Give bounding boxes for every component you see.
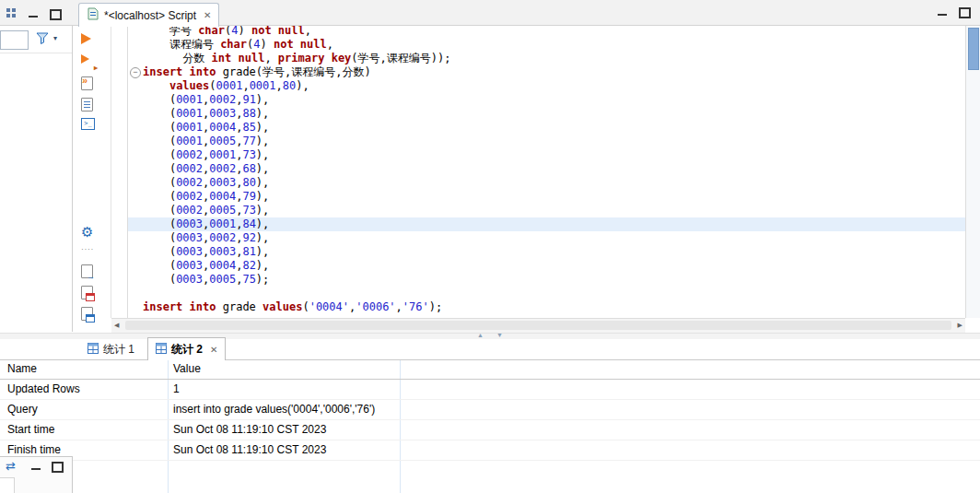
code-line[interactable]: (0001,0002,91), [128,93,965,107]
code-line[interactable]: (0002,0001,73), [128,148,965,162]
tab-stats-2[interactable]: 统计 2 ✕ [147,337,226,360]
execute-new-tab-icon[interactable]: ▸ [81,54,98,70]
chevrons-icon: » [82,75,88,86]
stat-value-cell[interactable]: Sun Oct 08 11:19:10 CST 2023 [173,440,326,459]
stats-grid-body: Updated Rows1Queryinsert into grade valu… [0,380,980,461]
collapse-up-icon[interactable]: ▲ [477,332,484,338]
table-row[interactable]: Queryinsert into grade values('0004','00… [0,400,980,420]
code-line[interactable]: (0002,0003,80), [128,176,965,190]
open-grid-icon[interactable] [81,307,98,323]
sql-script-icon [87,7,99,23]
column-header-name[interactable]: Name [7,362,37,375]
minimize-icon[interactable] [31,464,41,470]
code-line[interactable]: 课程编号 char(4) not null, [128,38,965,52]
column-header-value[interactable]: Value [173,362,201,375]
stat-value-cell[interactable]: insert into grade values('0004','0006','… [173,400,375,418]
explain-plan-icon[interactable] [81,98,98,113]
settings-gear-icon[interactable]: ⚙ [81,225,98,241]
maximize-icon[interactable] [52,462,64,473]
code-line[interactable]: 分数 int null, primary key(学号,课程编号)); [128,52,965,65]
table-row[interactable]: Finish timeSun Oct 08 11:19:10 CST 2023 [0,440,980,461]
code-line[interactable]: (0001,0005,77), [128,135,965,148]
layout-grid-icon[interactable] [6,7,17,21]
stat-name-cell[interactable]: Start time [7,420,54,439]
collapsed-bottom-panel: ⇄ [0,456,73,493]
fold-collapse-icon[interactable]: − [130,67,141,78]
nav-filter-box[interactable] [0,30,29,50]
close-tab-icon[interactable]: ✕ [210,345,217,355]
execute-statement-icon[interactable] [81,33,98,49]
splitter-buttons: ▲ ▼ [477,332,503,338]
stat-value-cell[interactable]: Sun Oct 08 11:19:10 CST 2023 [173,420,326,439]
stat-name-cell[interactable]: Updated Rows [7,380,80,398]
minimize-icon[interactable] [29,12,38,18]
horizontal-scrollbar-thumb[interactable] [125,321,951,330]
execute-script-icon[interactable]: » [81,76,98,92]
collapsed-panel-tab[interactable] [0,477,15,493]
window-controls-right [938,7,971,18]
window-controls-left [6,7,62,21]
stats-table-icon [156,343,167,357]
tab-label: 统计 1 [103,342,134,358]
vertical-scrollbar-thumb[interactable] [968,28,979,70]
code-line[interactable]: (0003,0002,92), [128,231,965,245]
arrow-right-icon: → [87,272,95,281]
filter-funnel-icon[interactable] [36,32,50,47]
stats-grid-header: Name Value [0,360,980,380]
code-line[interactable]: (0002,0005,73), [128,204,965,217]
sql-editor-toolbar: ▸ » >_ ⚙ ∙∙∙∙ → [74,26,111,318]
code-line[interactable]: (0002,0002,68), [128,162,965,176]
navigator-panel: ▾ [0,26,73,332]
tab-stats-1[interactable]: 统计 1 [80,340,142,359]
stats-table-icon [88,343,99,357]
code-line[interactable]: (0003,0005,75); [128,273,965,287]
sql-console-icon[interactable]: >_ [81,118,98,134]
scroll-right-icon[interactable]: ▶ [958,322,962,329]
maximize-icon[interactable] [50,9,62,20]
code-line[interactable]: (0003,0004,82), [128,259,965,273]
table-row[interactable]: Start timeSun Oct 08 11:19:10 CST 2023 [0,420,980,440]
code-line-current[interactable]: (0003,0001,84), [128,217,965,231]
close-tab-icon[interactable]: ✕ [204,10,211,20]
code-lines: 学号 char(4) not null, 课程编号 char(4) not nu… [128,26,965,314]
collapse-down-icon[interactable]: ▼ [496,332,503,338]
tab-label: 统计 2 [171,342,203,358]
code-line[interactable]: values(0001,0001,80), [128,79,965,93]
stat-name-cell[interactable]: Query [7,400,38,418]
mini-arrow-icon: ▸ [94,64,98,72]
code-line[interactable]: −insert into grade(学号,课程编号,分数) [128,65,965,79]
export-grid-red-icon[interactable] [81,286,98,301]
code-line[interactable]: 学号 char(4) not null, [128,26,965,38]
stat-value-cell[interactable]: 1 [173,380,180,398]
chevron-down-icon[interactable]: ▾ [53,34,57,42]
table-row[interactable]: Updated Rows1 [0,380,980,400]
minimize-icon[interactable] [938,10,947,16]
export-resultset-icon[interactable]: → [81,264,98,280]
code-line[interactable]: insert into grade values('0004','0006','… [128,300,965,314]
transfer-icon[interactable]: ⇄ [6,459,16,473]
horizontal-scrollbar[interactable]: ◀ ▶ [111,318,965,333]
code-line[interactable]: (0003,0003,81), [128,245,965,259]
code-line[interactable]: (0001,0003,88), [128,107,965,121]
toolbar-divider [0,53,72,53]
code-line[interactable]: (0002,0004,79), [128,190,965,204]
vertical-scrollbar[interactable] [965,26,980,318]
maximize-icon[interactable] [959,7,971,18]
toolbar-overflow-dots[interactable]: ∙∙∙∙ [81,241,98,257]
code-line[interactable] [128,287,965,300]
editor-tab-title: *<localhost> Script [104,9,196,22]
sql-code-editor[interactable]: 学号 char(4) not null, 课程编号 char(4) not nu… [111,26,965,318]
tab-sql-script[interactable]: *<localhost> Script ✕ [78,3,219,27]
scroll-left-icon[interactable]: ◀ [114,322,119,329]
sql-ide-window: *<localhost> Script ✕ ▾ ▸ » >_ ⚙ ∙∙∙∙ → … [0,0,980,493]
code-line[interactable]: (0001,0004,85), [128,121,965,135]
